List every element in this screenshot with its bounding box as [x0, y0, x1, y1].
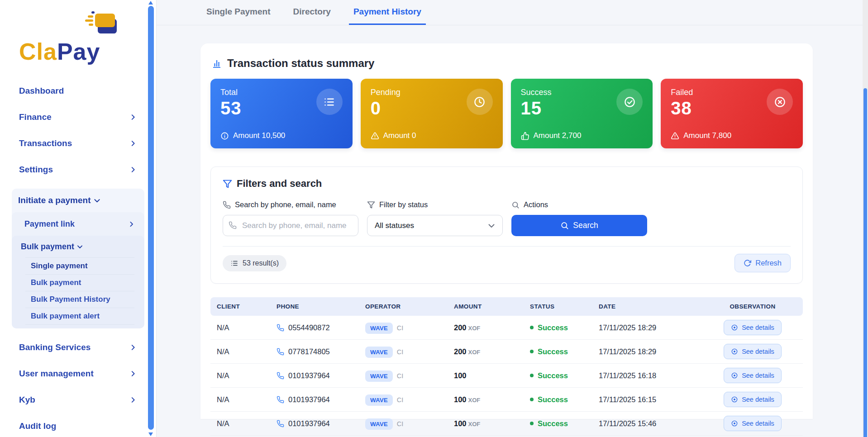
date-cell: 17/11/2025 18:29 — [592, 347, 701, 356]
status-dot-icon — [530, 374, 534, 377]
page-title: Transaction status summary — [227, 57, 374, 70]
status-field-group: Filter by status All statuses — [367, 200, 503, 236]
sidebar-item-banking-services[interactable]: Banking Services — [0, 334, 156, 361]
check-circle-icon — [624, 96, 636, 108]
sidebar-item-settings[interactable]: Settings — [0, 157, 156, 183]
sidebar-item-label: Bulk payment alert — [31, 312, 100, 321]
sidebar-scrollbar[interactable] — [148, 0, 154, 437]
client-cell: N/A — [210, 347, 270, 356]
sidebar-item-bulk-payment-alert[interactable]: Bulk payment alert — [25, 308, 134, 324]
search-field-label: Search by phone, email, name — [223, 200, 358, 209]
see-details-button[interactable]: See details — [724, 416, 782, 431]
actions-field-group: Actions Search — [511, 200, 647, 236]
sidebar-item-label: Payment link — [24, 219, 75, 229]
sidebar-item-bulk-payment-history[interactable]: Bulk Payment History — [25, 291, 134, 308]
chevron-down-icon — [487, 221, 496, 230]
amount-cell: 200XOF — [448, 347, 524, 356]
tab-directory[interactable]: Directory — [289, 0, 335, 25]
summary-cards: Total 53 Amount 10,500 Pending 0 Amount … — [210, 79, 803, 148]
sidebar-item-bulk-payment[interactable]: Bulk payment — [25, 274, 134, 291]
sidebar-group-bulk-payment: Bulk payment Single payment Bulk payment… — [12, 236, 144, 328]
scrollbar-thumb[interactable] — [148, 6, 154, 430]
tab-single-payment[interactable]: Single Payment — [202, 0, 275, 25]
sidebar-item-label: User management — [19, 369, 94, 379]
amount-cell: 200XOF — [448, 323, 524, 332]
phone-cell: 0554490872 — [270, 323, 359, 332]
summary-card-pending: Pending 0 Amount 0 — [361, 79, 503, 148]
card-amount: Amount 7,800 — [671, 131, 731, 140]
search-input[interactable] — [223, 215, 358, 236]
logo-text-navy: Pay — [57, 38, 100, 65]
table-row: N/A 0554490872 WAVECI 200XOF Success 17/… — [210, 316, 803, 340]
date-cell: 17/11/2025 18:29 — [592, 323, 701, 332]
see-details-button[interactable]: See details — [724, 368, 782, 383]
eye-icon — [731, 348, 738, 355]
operator-country: CI — [397, 348, 404, 356]
column-header-phone: PHONE — [270, 303, 359, 310]
see-details-button[interactable]: See details — [724, 344, 782, 359]
operator-badge: WAVE — [365, 347, 393, 358]
sidebar-item-label: Finance — [19, 112, 52, 122]
logo-text-gold: Cla — [19, 38, 57, 65]
filter-icon — [223, 179, 232, 189]
phone-icon — [223, 201, 231, 209]
observation-cell: See details — [701, 368, 804, 383]
sidebar-item-label: Transactions — [19, 138, 72, 148]
status-dot-icon — [530, 398, 534, 401]
status-cell: Success — [524, 323, 592, 332]
sidebar-menu: Dashboard Finance Transactions Settings … — [0, 78, 156, 437]
clapay-logo[interactable]: ClaPay — [19, 14, 128, 68]
scroll-up-arrow-icon[interactable] — [148, 1, 153, 5]
eye-icon — [731, 324, 738, 331]
status-cell: Success — [524, 419, 592, 428]
sidebar-item-initiate-a-payment[interactable]: Initiate a payment — [12, 189, 144, 212]
status-dot-icon — [530, 326, 534, 329]
table-header-row: CLIENT PHONE OPERATOR AMOUNT STATUS DATE… — [210, 297, 803, 316]
sidebar-item-dashboard[interactable]: Dashboard — [0, 78, 156, 104]
sidebar-item-label: Initiate a payment — [18, 195, 91, 205]
sidebar-item-finance[interactable]: Finance — [0, 104, 156, 130]
sidebar-item-label: Bulk Payment History — [31, 295, 110, 304]
sidebar-item-single-payment[interactable]: Single payment — [25, 257, 134, 274]
search-button[interactable]: Search — [511, 215, 647, 236]
sidebar-item-transactions[interactable]: Transactions — [0, 130, 156, 157]
card-amount: Amount 2,700 — [521, 131, 582, 140]
card-icon-badge — [616, 89, 643, 115]
status-cell: Success — [524, 347, 592, 356]
date-cell: 17/11/2025 16:18 — [592, 371, 701, 380]
sidebar-item-payment-link[interactable]: Payment link — [12, 212, 144, 236]
observation-cell: See details — [701, 416, 804, 431]
sidebar: ClaPay Dashboard Finance Transactions Se… — [0, 0, 157, 437]
sidebar-item-user-management[interactable]: User management — [0, 361, 156, 387]
scrollbar-thumb[interactable] — [863, 88, 867, 437]
status-select[interactable]: All statuses — [367, 215, 503, 236]
chevron-down-icon — [93, 196, 101, 205]
operator-badge: WAVE — [365, 323, 393, 334]
chevron-right-icon — [129, 139, 137, 147]
sidebar-item-bulk-payment-group[interactable]: Bulk payment — [12, 236, 144, 257]
amount-cell: 100XOF — [448, 395, 524, 404]
card-amount: Amount 10,500 — [220, 131, 285, 140]
observation-cell: See details — [701, 344, 804, 359]
sidebar-item-kyb[interactable]: Kyb — [0, 387, 156, 413]
see-details-button[interactable]: See details — [724, 392, 782, 407]
chevron-right-icon — [129, 113, 137, 121]
client-cell: N/A — [210, 323, 270, 332]
sidebar-item-audit-log[interactable]: Audit log — [0, 413, 156, 437]
filters-card: Filters and search Search by phone, emai… — [210, 166, 803, 284]
page-scrollbar[interactable] — [863, 0, 868, 437]
operator-badge: WAVE — [365, 370, 393, 382]
eye-icon — [731, 420, 738, 427]
scroll-down-arrow-icon[interactable] — [148, 432, 153, 436]
results-row: 53 result(s) Refresh — [223, 247, 791, 283]
column-header-amount: AMOUNT — [448, 303, 524, 310]
column-header-status: STATUS — [524, 303, 592, 310]
tab-payment-history[interactable]: Payment History — [349, 0, 426, 25]
section-header: Transaction status summary — [211, 57, 803, 70]
refresh-button[interactable]: Refresh — [734, 254, 791, 272]
table-row: N/A 0101937964 WAVECI 100XOF Success 17/… — [210, 412, 803, 436]
see-details-button[interactable]: See details — [724, 320, 782, 335]
phone-icon — [277, 396, 284, 404]
chevron-right-icon — [129, 166, 137, 174]
clapay-logo-text: ClaPay — [19, 38, 100, 65]
